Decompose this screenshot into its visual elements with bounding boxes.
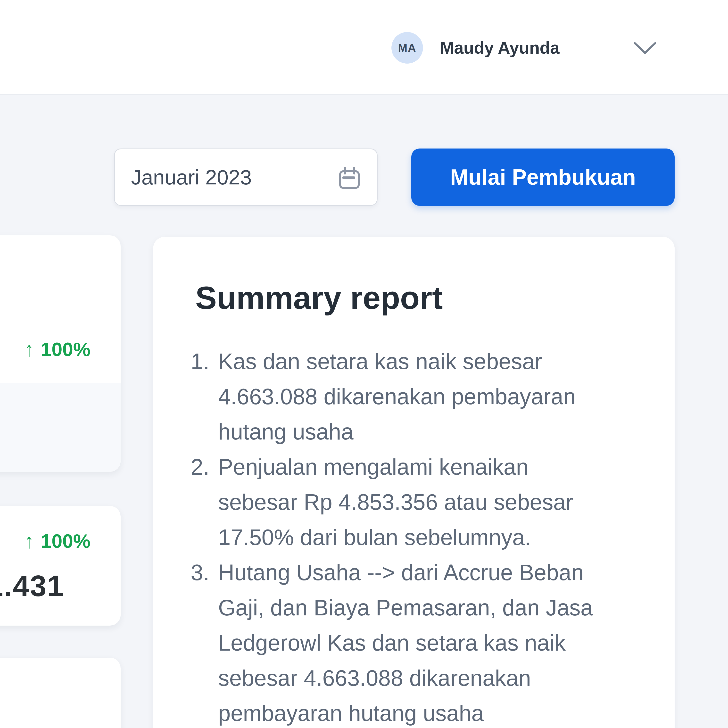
avatar[interactable]: MA: [392, 32, 423, 64]
summary-item-line: pembayaran hutang usaha: [191, 696, 627, 728]
summary-item-line: Ledgerowl Kas dan setara kas naik: [191, 626, 627, 661]
summary-item-line: 1.Kas dan setara kas naik sebesar: [191, 344, 627, 379]
stat-card-footer: [0, 383, 121, 472]
stat-value: 1.431: [0, 569, 64, 603]
stat-change-badge: ↑100%: [24, 528, 90, 555]
stat-card: [0, 506, 121, 626]
period-value: Januari 2023: [131, 149, 252, 205]
summary-item-line: sebesar 4.663.088 dikarenakan: [191, 661, 627, 696]
stat-change-value: 100%: [41, 338, 90, 360]
calendar-icon: [339, 167, 359, 189]
summary-item-line: 17.50% dari bulan sebelumnya.: [191, 520, 627, 555]
chevron-down-icon[interactable]: [632, 41, 658, 57]
user-name[interactable]: Maudy Ayunda: [440, 32, 560, 64]
summary-item-line: 3.Hutang Usaha --> dari Accrue Beban: [191, 555, 627, 590]
period-selector[interactable]: Januari 2023: [114, 148, 378, 206]
summary-item-line: 4.663.088 dikarenakan pembayaran: [191, 379, 627, 414]
summary-item-line: sebesar Rp 4.853.356 atau sebesar: [191, 485, 627, 520]
summary-item-line: 2.Penjualan mengalami kenaikan: [191, 450, 627, 485]
stat-card: [0, 658, 121, 728]
summary-item-number: 1.: [191, 344, 218, 379]
summary-item-line: Gaji, dan Biaya Pemasaran, dan Jasa: [191, 590, 627, 626]
arrow-up-icon: ↑: [24, 527, 34, 555]
summary-report-title: Summary report: [195, 280, 443, 316]
stat-change-value: 100%: [41, 530, 90, 552]
top-header: [0, 0, 728, 95]
summary-item-number: 3.: [191, 555, 218, 590]
arrow-up-icon: ↑: [24, 335, 34, 364]
stat-change-badge: ↑100%: [24, 336, 90, 363]
summary-item-line: hutang usaha: [191, 414, 627, 450]
mulai-pembukuan-button[interactable]: Mulai Pembukuan: [411, 148, 674, 206]
summary-list: 1.Kas dan setara kas naik sebesar4.663.0…: [191, 344, 627, 728]
app-canvas: MA Maudy Ayunda Januari 2023 Mulai Pembu…: [0, 0, 728, 728]
summary-item-number: 2.: [191, 450, 218, 485]
